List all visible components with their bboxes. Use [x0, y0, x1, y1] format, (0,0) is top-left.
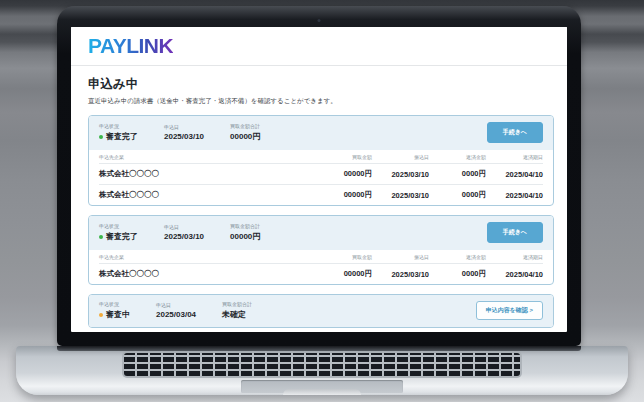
purchase-cell: 00000円 — [315, 190, 372, 200]
status-value: 審査中 — [99, 309, 130, 320]
repayment-cell: 0000円 — [429, 190, 486, 200]
company-column-header: 申込先企業 — [99, 254, 315, 260]
transfer-cell: 2025/03/10 — [372, 191, 429, 200]
base-notch — [283, 389, 361, 395]
app-window: PAYLINK 申込み中 直近申込み中の請求書（送金中・審査完了・返済不備）を確… — [71, 27, 567, 332]
company-cell: 株式会社〇〇〇〇 — [99, 169, 315, 179]
app-header: PAYLINK — [71, 27, 567, 66]
status-text: 審査完了 — [106, 231, 138, 242]
apply-date-label: 申込日 — [164, 224, 204, 230]
purchase-total-field: 買取金額合計 00000円 — [230, 223, 260, 242]
company-cell: 株式会社〇〇〇〇 — [99, 269, 315, 279]
apply-date-value: 2025/03/04 — [156, 310, 196, 319]
card-header: 申込状況 審査中 申込日 2025/03/04 買取金額合計 — [89, 295, 553, 327]
apply-date-field: 申込日 2025/03/10 — [164, 224, 204, 241]
page-content: 申込み中 直近申込み中の請求書（送金中・審査完了・返済不備）を確認することができ… — [71, 66, 567, 328]
company-column-header: 申込先企業 — [99, 154, 315, 160]
application-card-3: 申込状況 審査中 申込日 2025/03/04 買取金額合計 — [88, 294, 554, 328]
apply-date-label: 申込日 — [156, 302, 196, 308]
proceed-button[interactable]: 手続きへ — [487, 222, 543, 243]
status-dot — [99, 313, 103, 317]
table-row: 株式会社〇〇〇〇 00000円 2025/03/10 0000円 2025/04… — [99, 184, 543, 205]
purchase-total-label: 買取金額合計 — [230, 223, 260, 229]
application-card-1: 申込状況 審査完了 申込日 2025/03/10 買取金額合計 — [88, 115, 554, 206]
webcam-icon — [318, 19, 321, 22]
status-label: 申込状況 — [99, 301, 130, 307]
transfer-cell: 2025/03/10 — [372, 170, 429, 179]
table-row: 株式会社〇〇〇〇 00000円 2025/03/10 0000円 2025/04… — [99, 263, 543, 284]
status-text: 審査完了 — [106, 131, 138, 142]
application-card-2: 申込状況 審査完了 申込日 2025/03/10 買取金額合計 — [88, 215, 554, 285]
company-cell: 株式会社〇〇〇〇 — [99, 190, 315, 200]
apply-date-field: 申込日 2025/03/10 — [164, 124, 204, 141]
card-header: 申込状況 審査完了 申込日 2025/03/10 買取金額合計 — [89, 116, 553, 150]
apply-date-label: 申込日 — [164, 124, 204, 130]
repayment-column-header: 返済金額 — [429, 254, 486, 260]
status-value: 審査完了 — [99, 131, 138, 142]
proceed-button[interactable]: 手続きへ — [487, 122, 543, 143]
purchase-total-value: 00000円 — [230, 231, 260, 242]
transfer-column-header: 振込日 — [372, 154, 429, 160]
keyboard — [124, 353, 520, 376]
card-table: 申込先企業 買取金額 振込日 返済金額 返済期日 株式会社〇〇〇〇 00000円… — [89, 250, 553, 284]
table-row: 株式会社〇〇〇〇 00000円 2025/03/10 0000円 2025/04… — [99, 163, 543, 184]
status-field: 申込状況 審査中 — [99, 301, 130, 320]
purchase-total-field: 買取金額合計 00000円 — [230, 123, 260, 142]
status-dot — [99, 235, 103, 239]
status-label: 申込状況 — [99, 223, 138, 229]
table-header-row: 申込先企業 買取金額 振込日 返済金額 返済期日 — [99, 150, 543, 163]
purchase-total-value: 00000円 — [230, 131, 260, 142]
purchase-column-header: 買取金額 — [315, 254, 372, 260]
card-table: 申込先企業 買取金額 振込日 返済金額 返済期日 株式会社〇〇〇〇 00000円… — [89, 150, 553, 205]
status-field: 申込状況 審査完了 — [99, 223, 138, 242]
status-field: 申込状況 審査完了 — [99, 123, 138, 142]
purchase-cell: 00000円 — [315, 169, 372, 179]
apply-date-field: 申込日 2025/03/04 — [156, 302, 196, 319]
status-value: 審査完了 — [99, 231, 138, 242]
repayment-column-header: 返済金額 — [429, 154, 486, 160]
transfer-cell: 2025/03/10 — [372, 270, 429, 279]
due-cell: 2025/04/10 — [486, 191, 543, 200]
purchase-cell: 00000円 — [315, 269, 372, 279]
card-header: 申込状況 審査完了 申込日 2025/03/10 買取金額合計 — [89, 216, 553, 250]
view-application-button[interactable]: 申込内容を確認 > — [476, 301, 543, 320]
due-column-header: 返済期日 — [486, 154, 543, 160]
page-title: 申込み中 — [88, 76, 554, 93]
laptop-screen-bezel: PAYLINK 申込み中 直近申込み中の請求書（送金中・審査完了・返済不備）を確… — [57, 6, 581, 346]
purchase-total-value: 未確定 — [222, 309, 252, 320]
page-subtitle: 直近申込み中の請求書（送金中・審査完了・返済不備）を確認することができます。 — [88, 97, 554, 106]
transfer-column-header: 振込日 — [372, 254, 429, 260]
laptop-base — [16, 346, 628, 395]
purchase-total-field: 買取金額合計 未確定 — [222, 301, 252, 320]
purchase-column-header: 買取金額 — [315, 154, 372, 160]
laptop-mockup: PAYLINK 申込み中 直近申込み中の請求書（送金中・審査完了・返済不備）を確… — [0, 0, 644, 402]
due-cell: 2025/04/10 — [486, 270, 543, 279]
paylink-logo: PAYLINK — [88, 34, 173, 58]
table-header-row: 申込先企業 買取金額 振込日 返済金額 返済期日 — [99, 250, 543, 263]
due-cell: 2025/04/10 — [486, 170, 543, 179]
repayment-cell: 0000円 — [429, 169, 486, 179]
status-text: 審査中 — [106, 309, 130, 320]
status-label: 申込状況 — [99, 123, 138, 129]
status-dot — [99, 135, 103, 139]
apply-date-value: 2025/03/10 — [164, 232, 204, 241]
purchase-total-label: 買取金額合計 — [222, 301, 252, 307]
due-column-header: 返済期日 — [486, 254, 543, 260]
apply-date-value: 2025/03/10 — [164, 132, 204, 141]
repayment-cell: 0000円 — [429, 269, 486, 279]
purchase-total-label: 買取金額合計 — [230, 123, 260, 129]
